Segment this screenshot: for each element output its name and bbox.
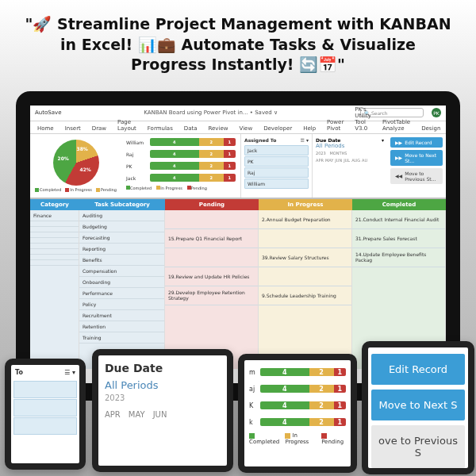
kanban-card[interactable]: 19.Review and Update HR Policies	[165, 267, 258, 286]
kanban-card[interactable]: 2.Annual Budget Preparation	[259, 210, 351, 229]
ribbon-tab[interactable]: PivotTable Analyze	[380, 117, 413, 133]
kanban-card[interactable]	[30, 249, 79, 255]
kanban-card[interactable]	[30, 227, 79, 232]
kanban-card[interactable]: Finance	[30, 210, 79, 221]
filter-icon: ☰ ▾	[64, 369, 75, 376]
avatar[interactable]: PK	[432, 108, 441, 117]
promo-headline: "🚀 Streamline Project Management with KA…	[0, 0, 476, 85]
filter-icon: ▾	[382, 137, 384, 143]
kanban-card[interactable]	[165, 210, 258, 229]
kanban-card[interactable]: 14.Update Employee Benefits Packag	[352, 248, 445, 267]
ribbon-tab[interactable]: PK's Utility Tool V3.0	[352, 105, 374, 133]
dashboard-top: 20% 38% 42% Completed In Progress Pendin…	[30, 134, 446, 199]
stacked-bar-chart: William421Raj421PK421Jack421CompletedIn …	[121, 134, 240, 198]
kanban-header: Category Task Subcategory Pending In Pro…	[30, 199, 446, 210]
kanban-card[interactable]: Retention	[79, 321, 164, 332]
ribbon-tab[interactable]: Insert	[63, 124, 83, 133]
kanban-card[interactable]: Benefits	[79, 255, 164, 266]
ribbon-tab[interactable]: Formulas	[145, 124, 175, 133]
ribbon-tab[interactable]: Home	[35, 124, 56, 133]
ribbon-tab[interactable]: Developer	[261, 124, 294, 133]
kanban-card[interactable]	[30, 244, 79, 249]
kanban-card[interactable]: Recruitment	[79, 310, 164, 321]
move-next-button[interactable]: ▶▶ Move to Next St...	[390, 150, 443, 166]
kanban-card[interactable]: 15.Prepare Q1 Financial Report	[165, 229, 258, 248]
pie-chart: 20% 38% 42% Completed In Progress Pendin…	[30, 134, 121, 198]
filter-icon: ☰ ▾	[301, 137, 309, 143]
kanban-card[interactable]: Budgeting	[79, 221, 164, 232]
kanban-card[interactable]: Compensation	[79, 266, 164, 277]
ribbon-tab[interactable]: Design	[419, 124, 443, 133]
pie-slice-pending: 20%	[58, 155, 69, 161]
pie-legend: Completed In Progress Pending	[35, 187, 117, 192]
move-next-button[interactable]: Move to Next S	[371, 390, 465, 420]
action-buttons: ▶▶ Edit Record ▶▶ Move to Next St... ◀◀ …	[387, 134, 446, 198]
kanban-card[interactable]	[259, 229, 351, 248]
kanban-card[interactable]	[30, 238, 79, 244]
filter-option[interactable]: Jack	[244, 145, 309, 155]
doc-title: KANBAN Board using Power Pivot in... • S…	[69, 109, 352, 116]
kanban-card[interactable]: 31.Prepare Sales Forecast	[352, 229, 445, 248]
ribbon-tab[interactable]: Draw	[90, 124, 109, 133]
kanban-card[interactable]	[30, 221, 79, 227]
kanban-card[interactable]	[30, 255, 79, 260]
kanban-card[interactable]: 9.Schedule Leadership Training	[259, 286, 351, 305]
ribbon-tab[interactable]: Power Pivot	[324, 117, 346, 133]
filter-option[interactable]: Raj	[244, 167, 309, 178]
kanban-card[interactable]	[30, 232, 79, 238]
overlay-filter-panel[interactable]: To☰ ▾	[5, 359, 86, 470]
move-prev-button[interactable]: ◀◀ Move to Previous St...	[390, 168, 443, 184]
ribbon-tab[interactable]: Review	[206, 124, 231, 133]
due-date-slicer[interactable]: Due Date▾ All Periods 2023 MONTHS APRMAY…	[312, 134, 387, 198]
kanban-card[interactable]: Onboarding	[79, 277, 164, 288]
kanban-card[interactable]	[259, 267, 351, 286]
overlay-bars-panel: m421aj421K421k421CompletedIn ProgressPen…	[238, 354, 357, 473]
kanban-card[interactable]: Auditing	[79, 210, 164, 221]
kanban-card[interactable]	[30, 260, 79, 266]
ribbon-tabs: HomeInsertDrawPage LayoutFormulasDataRev…	[30, 121, 446, 134]
ribbon-tab[interactable]: View	[237, 124, 255, 133]
kanban-card[interactable]: Performance	[79, 288, 164, 299]
kanban-card[interactable]: 21.Conduct Internal Financial Audit	[352, 210, 445, 229]
kanban-card[interactable]: Training	[79, 332, 164, 344]
kanban-card[interactable]: Reporting	[79, 244, 164, 255]
move-prev-button[interactable]: ove to Previous S	[371, 425, 465, 468]
overlay-buttons-panel: Edit Record Move to Next S ove to Previo…	[362, 341, 474, 474]
assigned-filter[interactable]: Assigned To☰ ▾ JackPKRajWilliam	[240, 134, 312, 198]
pie-slice-completed: 42%	[80, 167, 91, 172]
filter-option[interactable]: William	[244, 178, 309, 189]
filter-option[interactable]: PK	[244, 156, 309, 167]
ribbon-tab[interactable]: Page Layout	[115, 117, 139, 133]
ribbon-tab[interactable]: Help	[301, 124, 318, 133]
pie-slice-inprogress: 38%	[77, 146, 88, 152]
overlay-date-panel[interactable]: Due Date All Periods 2023 APR MAY JUN	[92, 349, 233, 472]
kanban-card[interactable]: 39.Review Salary Structures	[259, 248, 351, 267]
autosave-toggle[interactable]: AutoSave	[35, 109, 61, 116]
kanban-card[interactable]: 29.Develop Employee Retention Strategy	[165, 286, 258, 305]
kanban-card[interactable]: Forecasting	[79, 232, 164, 244]
edit-record-button[interactable]: Edit Record	[371, 354, 465, 385]
kanban-card[interactable]: Policy	[79, 299, 164, 310]
kanban-card[interactable]	[165, 248, 258, 267]
ribbon-tab[interactable]: Data	[182, 124, 200, 133]
edit-record-button[interactable]: ▶▶ Edit Record	[390, 137, 443, 148]
pie-donut: 20% 38% 42%	[53, 140, 99, 186]
